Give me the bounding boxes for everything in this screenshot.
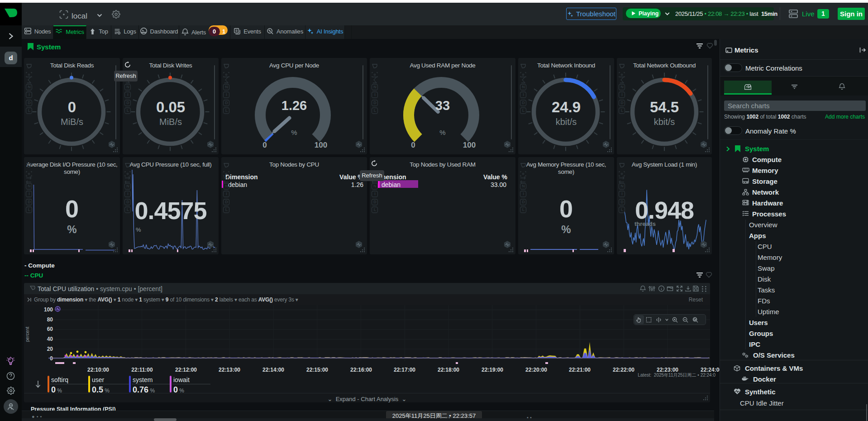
svg-text:100: 100 (463, 141, 476, 149)
svg-text:0: 0 (262, 141, 267, 149)
svg-text:0: 0 (411, 141, 415, 149)
svg-text:100: 100 (315, 141, 327, 149)
